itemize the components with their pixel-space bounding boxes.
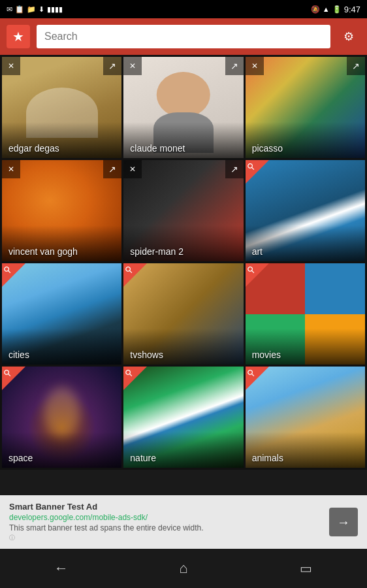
search-badge-cities (2, 263, 25, 287)
close-button-monet[interactable] (123, 57, 142, 75)
item-label-animals: animals (252, 453, 283, 463)
wifi-icon: ▲ (323, 5, 330, 13)
item-label-art: art (252, 246, 263, 257)
notification-icon: ✉ (7, 5, 12, 14)
expand-button-degas[interactable] (103, 57, 121, 75)
close-button-vangogh[interactable] (2, 160, 20, 178)
back-icon: ← (54, 560, 69, 577)
grid-item-van-gogh[interactable]: vincent van gogh (2, 160, 121, 261)
filter-icon: ⚙ (343, 29, 354, 44)
filter-button[interactable]: ⚙ (337, 25, 360, 48)
arrow-right-icon: → (337, 515, 350, 530)
search-badge-space (2, 367, 25, 390)
search-badge-tvshows (123, 263, 147, 287)
movies-cell-2 (305, 263, 365, 314)
item-label-spiderman: spider-man 2 (130, 246, 184, 257)
close-button-spiderman[interactable] (123, 160, 142, 178)
item-label-movies: movies (252, 350, 281, 360)
item-label-nature: nature (130, 453, 156, 463)
status-icons: ✉ 📋 📁 ⬇ ▮▮▮▮ (7, 5, 63, 14)
grid-item-spider-man[interactable]: spider-man 2 (123, 160, 243, 261)
notification-icon-5: ▮▮▮▮ (47, 5, 63, 14)
home-icon: ⌂ (179, 560, 187, 577)
grid-item-animals[interactable]: animals (246, 367, 365, 468)
search-badge-movies (246, 263, 269, 287)
item-label-monet: claude monet (130, 143, 185, 154)
ad-arrow-button[interactable]: → (329, 508, 358, 536)
grid-item-claude-monet[interactable]: claude monet (123, 57, 243, 158)
status-right-icons: 🔕 ▲ 🔋 9:47 (311, 5, 360, 14)
notification-icon-4: ⬇ (39, 5, 44, 14)
movies-cell-4 (305, 314, 365, 365)
ad-url[interactable]: developers.google.com/mobile-ads-sdk/ (9, 513, 323, 522)
nav-back-button[interactable]: ← (45, 555, 78, 581)
grid-item-art[interactable]: art (246, 160, 365, 261)
search-badge-art (246, 160, 269, 184)
recents-icon: ▭ (300, 561, 312, 576)
item-label-tvshows: tvshows (130, 350, 163, 360)
item-label-degas: edgar degas (8, 143, 59, 154)
nav-recents-button[interactable]: ▭ (289, 555, 322, 581)
item-label-picasso: picasso (252, 143, 283, 154)
expand-button-picasso[interactable] (347, 57, 365, 75)
battery-icon: 🔋 (332, 5, 342, 14)
close-button-picasso[interactable] (246, 57, 264, 75)
grid-container: edgar degas claude monet picasso vincent… (0, 55, 367, 470)
search-input[interactable] (44, 31, 323, 42)
status-time: 9:47 (344, 5, 360, 14)
notification-icon-3: 📁 (27, 5, 36, 14)
item-label-space: space (8, 453, 33, 463)
notification-icon-2: 📋 (15, 5, 24, 14)
nav-home-button[interactable]: ⌂ (167, 555, 200, 581)
ad-content: Smart Banner Test Ad developers.google.c… (9, 502, 323, 542)
search-badge-animals (246, 367, 269, 390)
search-bar: ★ ⚙ (0, 18, 367, 55)
grid-item-nature[interactable]: nature (123, 367, 243, 468)
search-input-container[interactable] (37, 25, 330, 48)
ad-description: This smart banner test ad spans the enti… (9, 523, 323, 532)
grid-item-edgar-degas[interactable]: edgar degas (2, 57, 121, 158)
mute-icon: 🔕 (311, 5, 320, 14)
grid-item-cities[interactable]: cities (2, 263, 121, 365)
grid-item-movies[interactable]: movies (246, 263, 365, 365)
ad-banner: Smart Banner Test Ad developers.google.c… (0, 495, 367, 549)
ad-title: Smart Banner Test Ad (9, 502, 323, 512)
status-bar: ✉ 📋 📁 ⬇ ▮▮▮▮ 🔕 ▲ 🔋 9:47 (0, 0, 367, 18)
item-label-cities: cities (8, 350, 29, 360)
expand-button-monet[interactable] (225, 57, 244, 75)
spacer (0, 470, 367, 496)
item-label-vangogh: vincent van gogh (8, 246, 78, 257)
search-badge-nature (123, 367, 147, 390)
ad-info-icon: ⓘ (9, 534, 323, 542)
grid-item-tvshows[interactable]: tvshows (123, 263, 243, 365)
expand-button-vangogh[interactable] (103, 160, 121, 178)
close-button-degas[interactable] (2, 57, 20, 75)
favorites-button[interactable]: ★ (7, 25, 30, 48)
grid-item-picasso[interactable]: picasso (246, 57, 365, 158)
star-icon: ★ (12, 29, 24, 44)
grid-item-space[interactable]: space (2, 367, 121, 468)
navigation-bar: ← ⌂ ▭ (0, 549, 367, 588)
expand-button-spiderman[interactable] (225, 160, 244, 178)
